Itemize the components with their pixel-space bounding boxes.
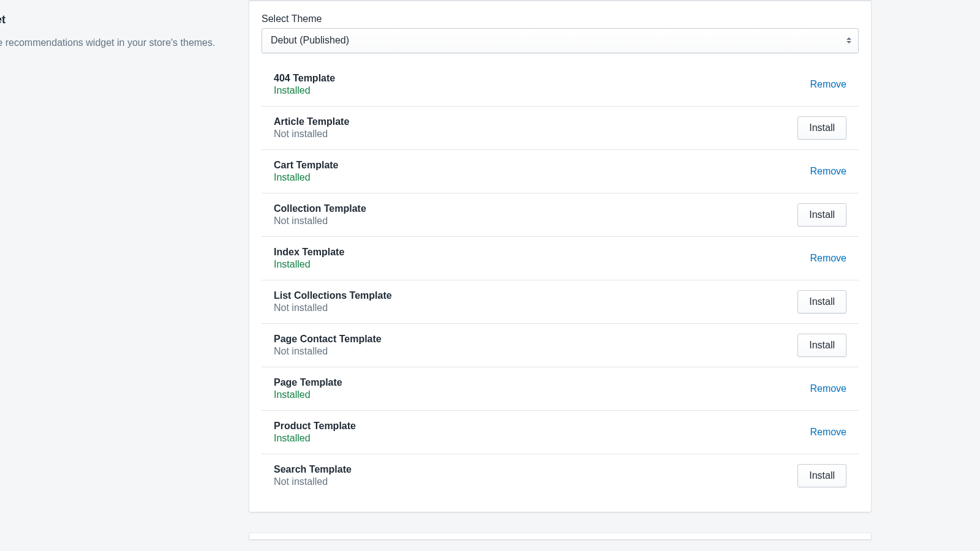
remove-link[interactable]: Remove	[810, 253, 846, 264]
template-status: Not installed	[274, 476, 352, 487]
main-content: Select Theme Debut (Published) 404 Templ…	[249, 0, 980, 551]
template-name: Search Template	[274, 464, 352, 475]
template-row: Cart TemplateInstalledRemove	[262, 150, 859, 193]
template-status: Installed	[274, 259, 344, 270]
template-name: Index Template	[274, 247, 344, 258]
template-row: Index TemplateInstalledRemove	[262, 237, 859, 280]
theme-card: Select Theme Debut (Published) 404 Templ…	[249, 0, 871, 512]
template-name: Cart Template	[274, 160, 339, 171]
template-name: Collection Template	[274, 203, 366, 214]
remove-link[interactable]: Remove	[810, 427, 846, 438]
theme-select-wrapper: Debut (Published)	[262, 28, 859, 53]
template-status: Installed	[274, 433, 356, 444]
section-title: get	[0, 13, 237, 26]
template-row: Article TemplateNot installedInstall	[262, 107, 859, 150]
install-button[interactable]: Install	[797, 116, 846, 140]
install-button[interactable]: Install	[797, 290, 846, 313]
template-name: List Collections Template	[274, 290, 392, 301]
template-status: Not installed	[274, 346, 382, 357]
template-info: Page TemplateInstalled	[274, 377, 342, 400]
template-row: Page TemplateInstalledRemove	[262, 367, 859, 411]
theme-select[interactable]: Debut (Published)	[262, 28, 859, 53]
next-card-peek	[249, 533, 871, 539]
sidebar: get the recommendations widget in your s…	[0, 0, 249, 551]
template-list: 404 TemplateInstalledRemoveArticle Templ…	[262, 63, 859, 497]
template-status: Installed	[274, 172, 339, 183]
template-status: Installed	[274, 389, 342, 400]
template-info: Page Contact TemplateNot installed	[274, 334, 382, 357]
remove-link[interactable]: Remove	[810, 79, 846, 90]
template-row: Collection TemplateNot installedInstall	[262, 193, 859, 237]
template-name: Article Template	[274, 116, 349, 127]
template-name: Page Contact Template	[274, 334, 382, 345]
template-status: Installed	[274, 85, 335, 96]
template-info: Product TemplateInstalled	[274, 421, 356, 444]
select-theme-label: Select Theme	[262, 13, 859, 24]
template-name: 404 Template	[274, 73, 335, 84]
install-button[interactable]: Install	[797, 334, 846, 357]
template-row: Product TemplateInstalledRemove	[262, 411, 859, 454]
template-info: 404 TemplateInstalled	[274, 73, 335, 96]
template-status: Not installed	[274, 216, 366, 227]
template-info: Cart TemplateInstalled	[274, 160, 339, 183]
template-info: Collection TemplateNot installed	[274, 203, 366, 227]
template-row: 404 TemplateInstalledRemove	[262, 63, 859, 107]
template-status: Not installed	[274, 302, 392, 313]
template-info: Article TemplateNot installed	[274, 116, 349, 140]
install-button[interactable]: Install	[797, 464, 846, 487]
install-button[interactable]: Install	[797, 203, 846, 227]
section-description: the recommendations widget in your store…	[0, 36, 237, 50]
template-info: Search TemplateNot installed	[274, 464, 352, 487]
remove-link[interactable]: Remove	[810, 383, 846, 394]
template-status: Not installed	[274, 129, 349, 140]
template-name: Page Template	[274, 377, 342, 388]
template-row: Search TemplateNot installedInstall	[262, 454, 859, 497]
template-info: List Collections TemplateNot installed	[274, 290, 392, 313]
template-name: Product Template	[274, 421, 356, 432]
template-row: Page Contact TemplateNot installedInstal…	[262, 324, 859, 367]
remove-link[interactable]: Remove	[810, 166, 846, 177]
template-row: List Collections TemplateNot installedIn…	[262, 280, 859, 324]
template-info: Index TemplateInstalled	[274, 247, 344, 270]
